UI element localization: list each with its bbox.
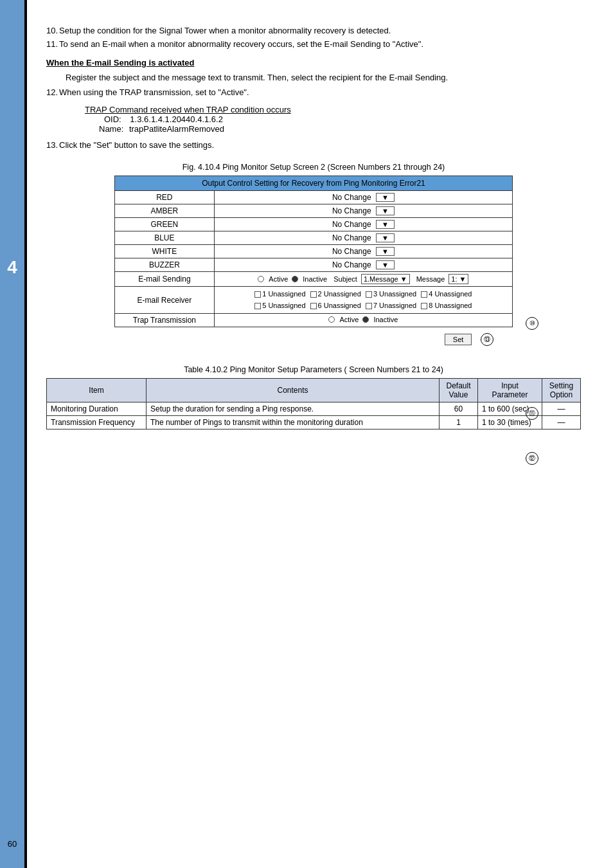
subject-label: Subject <box>333 275 357 283</box>
item-13-text: Click the "Set" button to save the setti… <box>59 140 214 150</box>
chapter-tab: 4 60 <box>0 0 24 868</box>
param-default-1: 60 <box>440 402 478 416</box>
buzzer-label: BUZZER <box>115 258 215 272</box>
col-input: InputParameter <box>478 379 542 402</box>
set-button-row: Set ⑬ <box>114 333 513 346</box>
param-table-header-row: Item Contents DefaultValue InputParamete… <box>47 379 581 402</box>
message-label: Message <box>416 275 445 283</box>
trap-oid-label: OID: <box>104 114 121 124</box>
table-row: RED No Change ▼ <box>115 191 513 204</box>
param-option-2: — <box>542 416 581 429</box>
table-row: AMBER No Change ▼ <box>115 204 513 218</box>
item-13-list: 13. Click the "Set" button to save the s… <box>46 140 581 150</box>
checkbox-8[interactable] <box>421 303 427 309</box>
figure-caption: Fig. 4.10.4 Ping Monitor Setup Screen 2 … <box>46 163 581 172</box>
item-11-text: To send an E-mail when a monitor abnorma… <box>59 39 423 49</box>
section-heading: When the E-mail Sending is activated <box>46 58 581 68</box>
table-row: BUZZER No Change ▼ <box>115 258 513 272</box>
trap-radio-group: Active Inactive <box>328 316 398 323</box>
email-sending-label: E-mail Sending <box>115 272 215 287</box>
inactive-radio[interactable] <box>292 276 298 282</box>
setup-table-header: Output Control Setting for Recovery from… <box>115 176 513 191</box>
param-default-2: 1 <box>440 416 478 429</box>
list-item-12: 12. When using the TRAP transmission, se… <box>46 87 581 97</box>
checkbox-5[interactable] <box>254 303 261 309</box>
amber-value: No Change ▼ <box>214 204 512 218</box>
trap-oid-value: 1.3.6.1.4.1.20440.4.1.6.2 <box>130 114 223 124</box>
amber-label: AMBER <box>115 204 215 218</box>
trap-inactive-label: Inactive <box>373 316 398 323</box>
active-radio[interactable] <box>258 276 264 282</box>
red-label: RED <box>115 191 215 204</box>
green-label: GREEN <box>115 218 215 231</box>
param-table-container: Table 4.10.2 Ping Monitor Setup Paramete… <box>46 365 581 429</box>
checkbox-7[interactable] <box>366 303 372 309</box>
setup-table: Output Control Setting for Recovery from… <box>114 176 513 327</box>
inactive-label: Inactive <box>303 275 327 283</box>
register-text: Register the subject and the message tex… <box>66 73 581 82</box>
param-contents-1: Setup the duration for sending a Ping re… <box>147 402 440 416</box>
table-row: GREEN No Change ▼ <box>115 218 513 231</box>
active-label: Active <box>269 275 288 283</box>
subject-select[interactable]: 1.Message ▼ <box>361 274 410 284</box>
main-content: 10. Setup the condition for the Signal T… <box>27 0 613 868</box>
trap-active-radio[interactable] <box>328 316 335 323</box>
col-option: SettingOption <box>542 379 581 402</box>
item-11-num: 11. <box>46 39 58 49</box>
table-row: BLUE No Change ▼ <box>115 231 513 245</box>
param-row-2: Transmission Frequency The number of Pin… <box>47 416 581 429</box>
blue-value: No Change ▼ <box>214 231 512 245</box>
email-sending-radio-group: Active Inactive Subject 1.Message ▼ Mess… <box>258 274 468 284</box>
checkbox-2[interactable] <box>310 291 317 298</box>
list-item-11: 11. To send an E-mail when a monitor abn… <box>46 39 581 49</box>
table-row: Trap Transmission Active Inactive <box>115 314 513 327</box>
param-row-1: Monitoring Duration Setup the duration f… <box>47 402 581 416</box>
param-item-2: Transmission Frequency <box>47 416 147 429</box>
trap-label: TRAP Command received when TRAP conditio… <box>85 105 291 114</box>
register-text-block: Register the subject and the message tex… <box>66 73 581 82</box>
param-table: Item Contents DefaultValue InputParamete… <box>46 378 581 429</box>
item-12-num: 12. <box>46 87 58 97</box>
item-10-num: 10. <box>46 26 58 35</box>
col-default: DefaultValue <box>440 379 478 402</box>
callout-10: ⑩ <box>526 317 538 330</box>
trap-name-label: Name: <box>99 124 123 134</box>
trap-inactive-radio[interactable] <box>362 316 369 323</box>
email-receiver-value: 1 Unassigned 2 Unassigned 3 Unassigned 4… <box>214 287 512 314</box>
checkbox-6[interactable] <box>310 303 317 309</box>
item-13-num: 13. <box>46 140 58 150</box>
trap-transmission-label: Trap Transmission <box>115 314 215 327</box>
table-row: E-mail Receiver 1 Unassigned 2 Unassigne… <box>115 287 513 314</box>
trap-name-value: trapPatliteAlarmRemoved <box>129 124 224 134</box>
checkbox-1[interactable] <box>254 291 261 298</box>
checkbox-row-2: 5 Unassigned 6 Unassigned 7 Unassigned 8… <box>218 300 508 312</box>
white-value: No Change ▼ <box>214 245 512 258</box>
col-item: Item <box>47 379 147 402</box>
chapter-number: 4 <box>7 257 17 278</box>
buzzer-value: No Change ▼ <box>214 258 512 272</box>
blue-label: BLUE <box>115 231 215 245</box>
set-button[interactable]: Set <box>445 334 472 345</box>
white-label: WHITE <box>115 245 215 258</box>
figure-container: Fig. 4.10.4 Ping Monitor Setup Screen 2 … <box>46 163 581 346</box>
param-option-1: — <box>542 402 581 416</box>
param-item-1: Monitoring Duration <box>47 402 147 416</box>
callout-13: ⑬ <box>481 333 493 346</box>
trap-active-label: Active <box>339 316 359 323</box>
callout-11: ⑪ <box>526 407 538 420</box>
col-contents: Contents <box>147 379 440 402</box>
message-select[interactable]: 1: ▼ <box>449 274 468 284</box>
checkbox-4[interactable] <box>421 291 427 298</box>
checkbox-row-1: 1 Unassigned 2 Unassigned 3 Unassigned 4… <box>218 289 508 300</box>
callout-12: ⑫ <box>526 452 538 465</box>
table-row: WHITE No Change ▼ <box>115 245 513 258</box>
param-contents-2: The number of Pings to transmit within t… <box>147 416 440 429</box>
checkbox-3[interactable] <box>366 291 372 298</box>
green-value: No Change ▼ <box>214 218 512 231</box>
red-value: No Change ▼ <box>214 191 512 204</box>
list-item-10: 10. Setup the condition for the Signal T… <box>46 26 581 35</box>
item-10-text: Setup the condition for the Signal Tower… <box>59 26 391 35</box>
param-table-caption: Table 4.10.2 Ping Monitor Setup Paramete… <box>46 365 581 374</box>
item-12-list: 12. When using the TRAP transmission, se… <box>46 87 581 97</box>
table-row: E-mail Sending Active Inactive Subject 1… <box>115 272 513 287</box>
